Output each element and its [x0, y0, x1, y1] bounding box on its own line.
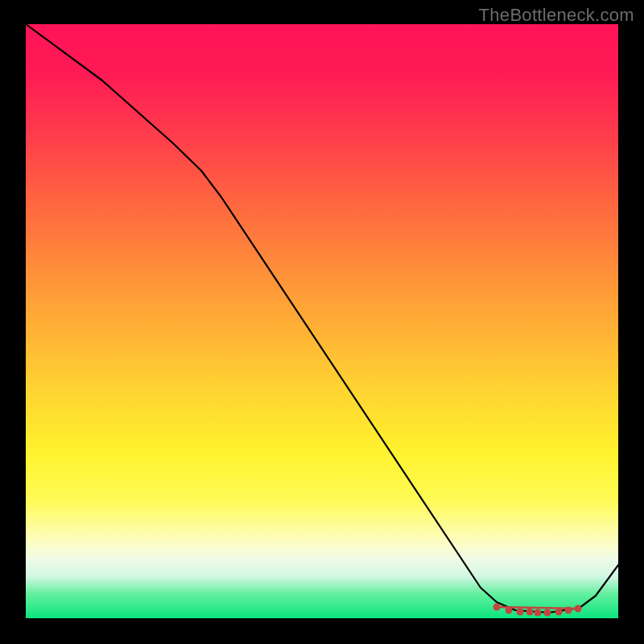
bottleneck-curve [26, 24, 618, 613]
valley-marker [575, 605, 582, 613]
valley-markers [493, 604, 582, 617]
valley-marker [555, 609, 563, 616]
plot-area [26, 24, 618, 618]
watermark-text: TheBottleneck.com [479, 5, 634, 26]
chart-frame: TheBottleneck.com [0, 0, 644, 644]
valley-marker [493, 604, 501, 611]
chart-overlay-svg [26, 24, 618, 618]
valley-marker [517, 609, 524, 616]
valley-marker [506, 607, 513, 614]
valley-marker [526, 609, 534, 616]
valley-marker [544, 609, 551, 617]
valley-marker [565, 607, 572, 614]
valley-marker [535, 609, 542, 617]
